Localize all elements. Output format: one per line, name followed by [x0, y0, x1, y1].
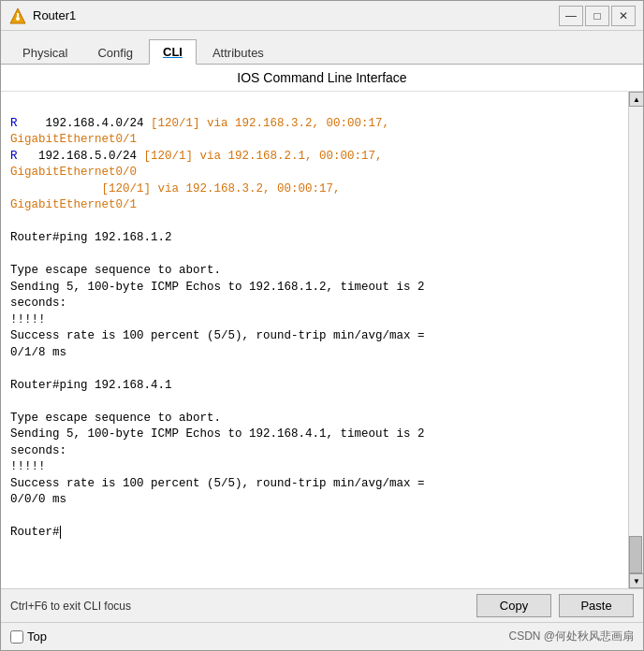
tab-physical[interactable]: Physical: [8, 40, 81, 65]
main-content: IOS Command Line Interface R 192.168.4.0…: [1, 65, 643, 622]
minimize-button[interactable]: —: [559, 6, 583, 26]
main-window: Router1 — □ ✕ Physical Config CLI Attrib…: [0, 0, 644, 651]
status-bar: Ctrl+F6 to exit CLI focus Copy Paste: [1, 588, 643, 622]
svg-point-1: [16, 17, 20, 21]
title-bar: Router1 — □ ✕: [1, 1, 643, 31]
top-label[interactable]: Top: [27, 629, 47, 644]
cli-header: IOS Command Line Interface: [1, 65, 643, 92]
status-hint: Ctrl+F6 to exit CLI focus: [10, 600, 469, 613]
top-checkbox-area: Top: [10, 629, 47, 644]
watermark: CSDN @何处秋风悲画扇: [47, 629, 634, 644]
scroll-down-button[interactable]: ▼: [629, 573, 643, 588]
bottom-bar: Top CSDN @何处秋风悲画扇: [1, 622, 643, 650]
window-controls: — □ ✕: [559, 6, 636, 26]
close-button[interactable]: ✕: [611, 6, 636, 26]
paste-button[interactable]: Paste: [559, 594, 634, 617]
copy-button[interactable]: Copy: [476, 594, 551, 617]
tab-cli[interactable]: CLI: [149, 39, 197, 65]
tab-bar: Physical Config CLI Attributes: [1, 31, 643, 65]
app-icon: [8, 7, 27, 25]
tab-config[interactable]: Config: [83, 40, 147, 65]
scroll-thumb[interactable]: [629, 536, 642, 573]
cli-output[interactable]: R 192.168.4.0/24 [120/1] via 192.168.3.2…: [1, 92, 628, 588]
svg-rect-2: [17, 13, 19, 17]
window-title: Router1: [33, 8, 559, 22]
cli-area: R 192.168.4.0/24 [120/1] via 192.168.3.2…: [1, 92, 643, 588]
scroll-up-button[interactable]: ▲: [629, 92, 643, 107]
scrollbar[interactable]: ▲ ▼: [628, 92, 643, 588]
scroll-track[interactable]: [629, 107, 643, 573]
tab-attributes[interactable]: Attributes: [198, 40, 278, 65]
maximize-button[interactable]: □: [585, 6, 609, 26]
top-checkbox[interactable]: [10, 630, 23, 644]
